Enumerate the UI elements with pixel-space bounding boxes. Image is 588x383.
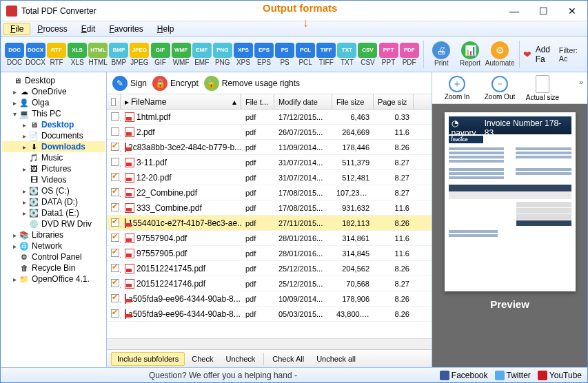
tree-node[interactable]: ▸👤Olga: [2, 97, 105, 108]
row-checkbox[interactable]: [111, 309, 119, 318]
table-row[interactable]: 1html.pdfpdf17/12/2015...6,4630.33: [107, 110, 432, 125]
table-row[interactable]: 97557905.pdfpdf28/01/2016...314,84511.6: [107, 246, 432, 261]
table-row[interactable]: 2c83a8bb-3ce2-484c-b779-b...pdf11/09/201…: [107, 140, 432, 155]
maximize-button[interactable]: ☐: [534, 6, 553, 17]
tree-node[interactable]: ▸💽DATA (D:): [2, 196, 105, 207]
row-checkbox[interactable]: [111, 188, 119, 196]
table-row[interactable]: 201512241745.pdfpdf25/12/2015...204,5628…: [107, 261, 432, 276]
grid-header[interactable]: ▸FileName▴ File t... Modify date File si…: [107, 94, 432, 110]
format-pcl[interactable]: PCLPCL: [296, 43, 315, 66]
format-docx[interactable]: DOCXDOCX: [26, 43, 45, 66]
row-checkbox[interactable]: [111, 294, 119, 302]
menu-help[interactable]: Help: [150, 23, 181, 35]
table-row[interactable]: 12-20.pdfpdf31/07/2014...512,4818.27: [107, 170, 432, 185]
format-eps[interactable]: EPSEPS: [254, 43, 274, 66]
horizontal-scrollbar[interactable]: [107, 338, 432, 349]
twisty-icon[interactable]: ▸: [20, 198, 28, 206]
report-button[interactable]: 📊Report: [456, 41, 484, 67]
row-checkbox[interactable]: [111, 218, 119, 227]
more-icon[interactable]: »: [579, 78, 583, 86]
row-checkbox[interactable]: [111, 234, 119, 242]
format-wmf[interactable]: WMFWMF: [172, 43, 191, 66]
twisty-icon[interactable]: ▸: [10, 276, 19, 283]
format-pdf[interactable]: PDFPDF: [400, 43, 419, 66]
tree-node[interactable]: ▸💽OS (C:): [2, 185, 105, 196]
twisty-icon[interactable]: ▸: [20, 132, 28, 140]
twisty-icon[interactable]: ▸: [10, 231, 19, 239]
tree-node[interactable]: 💿DVD RW Driv: [2, 218, 105, 229]
table-row[interactable]: 201512241746.pdfpdf25/12/2015...70,5688.…: [107, 276, 432, 291]
twisty-icon[interactable]: ▸: [20, 121, 28, 129]
tree-node[interactable]: ⚙Control Panel: [2, 251, 105, 262]
tree-node[interactable]: ▸🖥Desktop: [2, 119, 105, 130]
close-button[interactable]: ✕: [562, 6, 582, 17]
row-checkbox[interactable]: [111, 143, 119, 151]
tree-node[interactable]: 🖥Desktop: [2, 75, 105, 86]
tree-node[interactable]: 🎵Music: [2, 152, 105, 163]
tree-node[interactable]: ▸💽Data1 (E:): [2, 207, 105, 218]
remove-rights-button[interactable]: 🔓Remove usage rights: [204, 76, 300, 91]
row-checkbox[interactable]: [111, 264, 119, 272]
format-gif[interactable]: GIFGIF: [150, 43, 170, 66]
format-bmp[interactable]: BMPBMP: [109, 43, 128, 66]
format-xls[interactable]: XLSXLS: [68, 43, 87, 66]
tree-node[interactable]: ▸📚Libraries: [2, 229, 105, 240]
menu-favorites[interactable]: Favorites: [102, 23, 150, 35]
table-row[interactable]: a505fda9-ee96-4344-90ab-8...pdf05/03/201…: [107, 307, 432, 322]
tree-node[interactable]: 🗑Recycle Bin: [2, 262, 105, 273]
twisty-icon[interactable]: ▾: [10, 110, 19, 118]
twisty-icon[interactable]: ▸: [20, 209, 28, 217]
twisty-icon[interactable]: ▸: [10, 242, 19, 250]
tree-node[interactable]: 🎞Videos: [2, 174, 105, 185]
menu-edit[interactable]: Edit: [74, 23, 103, 35]
format-jpeg[interactable]: JPEGJPEG: [130, 43, 149, 66]
table-row[interactable]: 2.pdfpdf26/07/2015...264,66911.6: [107, 125, 432, 140]
twitter-link[interactable]: Twitter: [495, 371, 531, 380]
zoom-in-button[interactable]: ＋Zoom In: [438, 76, 476, 101]
tree-node[interactable]: ▾💻This PC: [2, 108, 105, 119]
table-row[interactable]: a505fda9-ee96-4344-90ab-8...pdf10/09/201…: [107, 291, 432, 307]
row-checkbox[interactable]: [111, 158, 119, 166]
encrypt-button[interactable]: 🔒Encrypt: [152, 76, 199, 91]
row-checkbox[interactable]: [111, 127, 119, 136]
minimize-button[interactable]: —: [505, 6, 524, 17]
youtube-link[interactable]: YouTube: [538, 371, 582, 380]
format-ps[interactable]: PSPS: [275, 43, 294, 66]
file-grid[interactable]: 1html.pdfpdf17/12/2015...6,4630.33 2.pdf…: [107, 110, 432, 338]
tree-node[interactable]: ▸🖼Pictures: [2, 163, 105, 174]
format-emf[interactable]: EMFEMF: [192, 43, 212, 66]
uncheck-all-button[interactable]: Uncheck all: [311, 353, 361, 365]
sign-button[interactable]: ✎Sign: [112, 76, 147, 91]
tree-node[interactable]: ▸☁OneDrive: [2, 86, 105, 97]
row-checkbox[interactable]: [111, 249, 119, 257]
check-all-button[interactable]: Check All: [267, 353, 310, 365]
format-png[interactable]: PNGPNG: [213, 43, 232, 66]
format-doc[interactable]: DOCDOC: [5, 43, 24, 66]
include-subfolders-toggle[interactable]: Include subfolders: [111, 352, 185, 366]
row-checkbox[interactable]: [111, 279, 119, 287]
row-checkbox[interactable]: [111, 203, 119, 211]
checkbox-icon[interactable]: [111, 98, 116, 106]
table-row[interactable]: 3-11.pdfpdf31/07/2014...511,3798.27: [107, 155, 432, 170]
print-button[interactable]: 🖨Print: [428, 41, 456, 67]
twisty-icon[interactable]: ▸: [10, 88, 19, 96]
row-checkbox[interactable]: [111, 112, 119, 121]
facebook-link[interactable]: Facebook: [440, 371, 488, 380]
format-html[interactable]: HTMLHTML: [88, 43, 108, 66]
check-button[interactable]: Check: [186, 353, 219, 365]
automate-button[interactable]: ⚙Automate: [485, 41, 515, 67]
twisty-icon[interactable]: ▸: [20, 143, 28, 151]
row-checkbox[interactable]: [111, 173, 119, 181]
uncheck-button[interactable]: Uncheck: [220, 353, 261, 365]
table-row[interactable]: 22_Combine.pdfpdf17/08/2015...107,232...…: [107, 185, 432, 200]
twisty-icon[interactable]: ▸: [20, 165, 28, 173]
twisty-icon[interactable]: ▸: [10, 99, 19, 107]
folder-tree[interactable]: 🖥Desktop▸☁OneDrive▸👤Olga▾💻This PC▸🖥Deskt…: [1, 72, 107, 367]
format-ppt[interactable]: PPTPPT: [379, 43, 398, 66]
menu-process[interactable]: Process: [30, 23, 74, 35]
twisty-icon[interactable]: ▸: [20, 187, 28, 195]
actual-size-button[interactable]: Actual size: [523, 75, 562, 101]
format-txt[interactable]: TXTTXT: [337, 43, 356, 66]
menu-file[interactable]: File: [3, 23, 30, 35]
table-row[interactable]: 1554401c-e27f-41b7-8ec3-ae...pdf27/11/20…: [107, 216, 432, 231]
